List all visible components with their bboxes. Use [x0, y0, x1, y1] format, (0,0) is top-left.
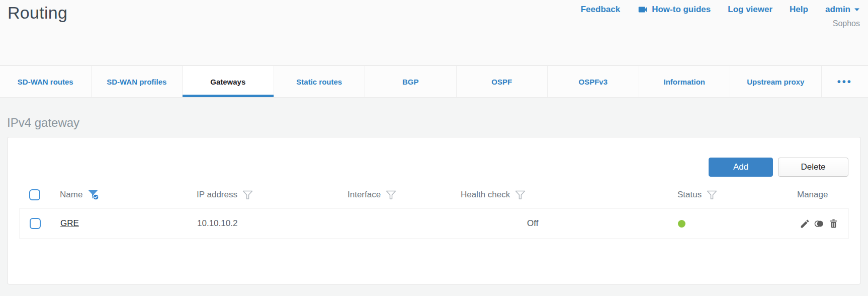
feedback-label: Feedback	[581, 5, 620, 15]
delete-icon[interactable]	[828, 218, 839, 229]
feedback-link[interactable]: Feedback	[581, 5, 620, 15]
tab-static-routes[interactable]: Static routes	[274, 66, 366, 97]
section-heading: IPv4 gateway	[7, 116, 861, 130]
column-header-status: Status	[677, 190, 702, 200]
table-toolbar: Add Delete	[20, 158, 848, 177]
tab-bar: SD-WAN routes SD-WAN profiles Gateways S…	[0, 65, 868, 98]
column-header-interface: Interface	[348, 190, 381, 200]
tab-bgp[interactable]: BGP	[365, 66, 457, 97]
column-header-name: Name	[60, 190, 82, 200]
tab-ospf[interactable]: OSPF	[457, 66, 548, 97]
video-camera-icon	[637, 4, 648, 15]
content-area: IPv4 gateway Add Delete Name IP address …	[0, 116, 868, 284]
column-header-health-check: Health check	[461, 190, 510, 200]
gateway-name-link[interactable]: GRE	[60, 218, 79, 229]
filter-icon[interactable]	[515, 190, 526, 200]
caret-down-icon	[854, 8, 860, 12]
edit-icon[interactable]	[800, 218, 810, 229]
tab-information[interactable]: Information	[639, 66, 731, 97]
tab-sd-wan-profiles[interactable]: SD-WAN profiles	[92, 66, 183, 97]
log-viewer-label: Log viewer	[728, 5, 772, 15]
filter-icon[interactable]	[242, 190, 253, 200]
more-tabs-icon: •••	[837, 79, 852, 84]
page-header: Routing Feedback How-to guides Log viewe…	[0, 0, 868, 65]
column-header-manage: Manage	[797, 190, 828, 200]
tab-more[interactable]: •••	[822, 66, 868, 97]
clone-icon[interactable]	[814, 218, 825, 229]
howto-guides-label: How-to guides	[652, 5, 711, 15]
select-all-checkbox[interactable]	[29, 189, 40, 200]
filter-icon[interactable]	[707, 190, 717, 200]
tab-gateways[interactable]: Gateways	[183, 66, 274, 97]
row-checkbox[interactable]	[30, 218, 41, 229]
delete-button[interactable]: Delete	[778, 158, 848, 177]
tab-ospfv3[interactable]: OSPFv3	[548, 66, 639, 97]
brand-label: Sophos	[581, 19, 860, 28]
tab-upstream-proxy[interactable]: Upstream proxy	[730, 66, 822, 97]
filter-active-icon[interactable]	[88, 189, 100, 201]
admin-label: admin	[825, 5, 850, 15]
manage-actions	[769, 218, 848, 229]
health-check-value: Off	[527, 218, 538, 229]
utility-nav: Feedback How-to guides Log viewer Help a…	[581, 4, 860, 15]
help-link[interactable]: Help	[790, 5, 808, 15]
tab-sd-wan-routes[interactable]: SD-WAN routes	[0, 66, 92, 97]
column-header-ip-address: IP address	[197, 190, 237, 200]
howto-guides-link[interactable]: How-to guides	[637, 4, 711, 15]
status-up-indicator	[678, 220, 685, 228]
ip-address-value: 10.10.10.2	[197, 218, 237, 229]
help-label: Help	[790, 5, 808, 15]
table-row: GRE 10.10.10.2 Off	[20, 208, 848, 239]
log-viewer-link[interactable]: Log viewer	[728, 5, 772, 15]
ipv4-gateway-panel: Add Delete Name IP address Interface	[7, 137, 861, 284]
page-title: Routing	[8, 3, 67, 23]
table-header-row: Name IP address Interface Health check	[20, 182, 848, 208]
filter-icon[interactable]	[386, 190, 396, 200]
add-button[interactable]: Add	[709, 158, 773, 177]
admin-menu[interactable]: admin	[825, 5, 860, 15]
